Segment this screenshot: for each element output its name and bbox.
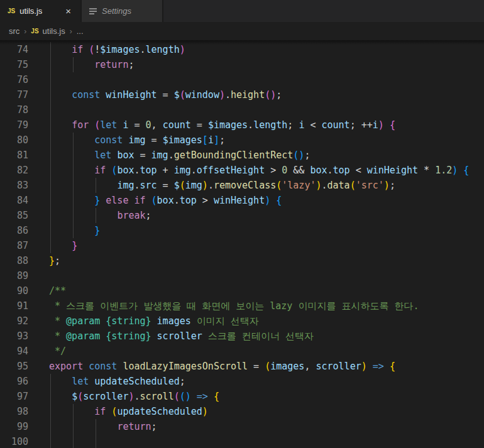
- breadcrumb-item-more[interactable]: ...: [77, 26, 84, 36]
- indent-guide: [50, 419, 51, 434]
- line-number[interactable]: 86: [0, 223, 30, 238]
- indent-guide: [50, 72, 51, 87]
- code-line[interactable]: 88};: [0, 253, 484, 268]
- code-line[interactable]: 99 return;: [0, 419, 484, 434]
- code-line[interactable]: 76: [0, 72, 484, 87]
- line-number[interactable]: 75: [0, 57, 30, 72]
- line-number[interactable]: 84: [0, 193, 30, 208]
- indent-guide: [73, 148, 74, 163]
- chevron-right-icon: ›: [70, 27, 72, 36]
- indent-guide: [73, 419, 74, 434]
- code-line[interactable]: 96 let updateScheduled;: [0, 374, 484, 389]
- tab-bar: JS utils.js × Settings: [0, 0, 484, 22]
- code-line[interactable]: 92 * @param {string} images 이미지 선택자: [0, 314, 484, 329]
- indent-guide: [50, 389, 51, 404]
- code-line[interactable]: 93 * @param {string} scroller 스크롤 컨테이너 선…: [0, 329, 484, 344]
- line-number[interactable]: 96: [0, 374, 30, 389]
- indent-guide: [50, 102, 51, 117]
- breadcrumb-item-utils-js[interactable]: JS utils.js: [31, 26, 65, 36]
- code-text: /**: [49, 283, 484, 298]
- line-number[interactable]: 94: [0, 344, 30, 359]
- code-line[interactable]: 83 img.src = $(img).removeClass('lazy').…: [0, 178, 484, 193]
- line-number[interactable]: 90: [0, 283, 30, 298]
- code-line[interactable]: 85 break;: [0, 208, 484, 223]
- code-text: }: [49, 238, 484, 253]
- breadcrumb-label: utils.js: [43, 26, 65, 36]
- code-text: return;: [49, 419, 484, 434]
- tab-label: utils.js: [19, 6, 42, 16]
- line-number[interactable]: 100: [0, 434, 30, 448]
- code-line[interactable]: 79 for (let i = 0, count = $images.lengt…: [0, 117, 484, 133]
- code-text: [49, 268, 484, 283]
- line-number[interactable]: 82: [0, 163, 30, 178]
- code-line[interactable]: 78: [0, 102, 484, 117]
- code-line[interactable]: 98 if (updateScheduled): [0, 404, 484, 419]
- line-number[interactable]: 95: [0, 359, 30, 374]
- code-line[interactable]: 87 }: [0, 238, 484, 253]
- line-number[interactable]: 76: [0, 72, 30, 87]
- indent-guide: [73, 208, 74, 223]
- code-line[interactable]: 100: [0, 434, 484, 448]
- line-number[interactable]: 81: [0, 148, 30, 163]
- line-number[interactable]: 92: [0, 314, 30, 329]
- code-text: let box = img.getBoundingClientRect();: [49, 148, 484, 163]
- line-number[interactable]: 85: [0, 208, 30, 223]
- indent-guide: [50, 223, 51, 238]
- code-text: const img = $images[i];: [49, 133, 484, 148]
- indent-guide: [96, 419, 96, 434]
- line-number[interactable]: 87: [0, 238, 30, 253]
- code-line[interactable]: 90/**: [0, 283, 484, 298]
- line-number[interactable]: 88: [0, 253, 30, 268]
- line-number[interactable]: 80: [0, 133, 30, 148]
- line-number[interactable]: 83: [0, 178, 30, 193]
- code-text: let updateScheduled;: [49, 374, 484, 389]
- code-line[interactable]: 94 */: [0, 344, 484, 359]
- code-line[interactable]: 91 * 스크롤 이벤트가 발생했을 때 화면에 보이는 lazy 이미지를 표…: [0, 298, 484, 314]
- js-icon: JS: [8, 8, 15, 14]
- indent-guide: [50, 87, 51, 102]
- code-text: if (box.top + img.offsetHeight > 0 && bo…: [49, 163, 484, 178]
- code-line[interactable]: 97 $(scroller).scroll(() => {: [0, 389, 484, 404]
- close-icon[interactable]: ×: [63, 5, 73, 17]
- code-line[interactable]: 84 } else if (box.top > winHeight) {: [0, 193, 484, 208]
- code-text: [49, 102, 484, 117]
- indent-guide: [50, 193, 51, 208]
- indent-guide: [73, 434, 74, 448]
- line-number[interactable]: 74: [0, 42, 30, 57]
- code-line[interactable]: 80 const img = $images[i];: [0, 133, 484, 148]
- line-number[interactable]: 97: [0, 389, 30, 404]
- code-line[interactable]: 86 }: [0, 223, 484, 238]
- js-icon: JS: [31, 28, 38, 35]
- line-number[interactable]: 79: [0, 117, 30, 133]
- code-line[interactable]: 81 let box = img.getBoundingClientRect()…: [0, 148, 484, 163]
- code-text: [49, 72, 484, 87]
- code-text: export const loadLazyImagesOnScroll = (i…: [49, 359, 484, 374]
- code-line[interactable]: 89: [0, 268, 484, 283]
- code-text: * @param {string} images 이미지 선택자: [49, 314, 484, 329]
- code-line[interactable]: 77 const winHeight = $(window).height();: [0, 87, 484, 102]
- line-number[interactable]: 99: [0, 419, 30, 434]
- line-number[interactable]: 89: [0, 268, 30, 283]
- tab-utils-js[interactable]: JS utils.js ×: [0, 0, 82, 22]
- code-line[interactable]: 75 return;: [0, 57, 484, 72]
- indent-guide: [50, 434, 51, 448]
- indent-guide: [50, 238, 51, 253]
- line-number[interactable]: 91: [0, 298, 30, 314]
- line-number[interactable]: 98: [0, 404, 30, 419]
- code-editor[interactable]: 74 if (!$images.length)75 return;7677 co…: [0, 40, 484, 448]
- code-text: img.src = $(img).removeClass('lazy').dat…: [49, 178, 484, 193]
- line-number[interactable]: 78: [0, 102, 30, 117]
- breadcrumb-label: ...: [77, 26, 84, 36]
- code-line[interactable]: 82 if (box.top + img.offsetHeight > 0 &&…: [0, 163, 484, 178]
- indent-guide: [50, 163, 51, 178]
- code-line[interactable]: 74 if (!$images.length): [0, 42, 484, 57]
- code-line[interactable]: 95export const loadLazyImagesOnScroll = …: [0, 359, 484, 374]
- line-number[interactable]: 77: [0, 87, 30, 102]
- code-text: if (!$images.length): [49, 42, 484, 57]
- tab-settings[interactable]: Settings: [82, 0, 163, 22]
- code-text: break;: [49, 208, 484, 223]
- code-text: [49, 434, 484, 448]
- indent-guide: [96, 434, 96, 448]
- breadcrumb-item-src[interactable]: src: [9, 26, 19, 36]
- line-number[interactable]: 93: [0, 329, 30, 344]
